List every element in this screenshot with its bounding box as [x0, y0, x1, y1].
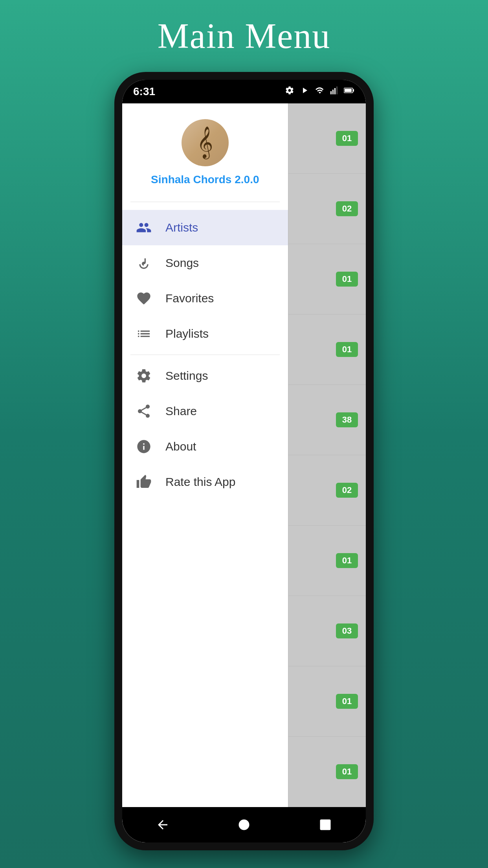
menu-item-songs[interactable]: Songs: [122, 245, 288, 281]
battery-icon: [344, 86, 355, 97]
badge-6: 01: [336, 553, 358, 568]
badge-row-6: 01: [288, 526, 366, 596]
about-label: About: [165, 440, 196, 453]
right-panel: 01 02 01 01 38 02 01: [288, 103, 366, 807]
phone-screen: 6:31: [122, 80, 366, 842]
gear-status-icon: [285, 86, 294, 97]
section-divider: [130, 355, 279, 355]
play-status-icon: [300, 86, 309, 97]
status-icons: [285, 86, 355, 97]
menu-item-artists[interactable]: Artists: [122, 210, 288, 245]
badge-8: 01: [336, 694, 358, 709]
recents-button[interactable]: [316, 815, 335, 835]
menu-item-share[interactable]: Share: [122, 394, 288, 429]
playlists-icon: [134, 324, 154, 344]
menu-item-playlists[interactable]: Playlists: [122, 316, 288, 351]
svg-rect-3: [336, 86, 338, 94]
svg-rect-1: [332, 90, 334, 94]
page-title: Main Menu: [158, 16, 330, 56]
menu-item-favorites[interactable]: Favorites: [122, 281, 288, 316]
bottom-nav: [122, 807, 366, 842]
badge-9: 01: [336, 764, 358, 779]
phone-device: 6:31: [114, 72, 374, 850]
status-bar: 6:31: [122, 80, 366, 103]
badge-row-0: 01: [288, 103, 366, 174]
songs-label: Songs: [165, 256, 199, 270]
share-label: Share: [165, 405, 197, 418]
app-name: Sinhala Chords 2.0.0: [151, 173, 259, 186]
badge-row-2: 01: [288, 244, 366, 314]
share-icon: [134, 401, 154, 421]
back-button[interactable]: [153, 815, 172, 835]
rate-label: Rate this App: [165, 475, 235, 489]
svg-rect-6: [345, 89, 352, 92]
artists-icon: [134, 218, 154, 237]
badge-4: 38: [336, 412, 358, 427]
menu-items-list: Artists Songs: [122, 210, 288, 807]
favorites-icon: [134, 289, 154, 308]
home-button[interactable]: [234, 815, 254, 835]
menu-item-settings[interactable]: Settings: [122, 358, 288, 394]
settings-label: Settings: [165, 369, 208, 383]
favorites-label: Favorites: [165, 292, 214, 305]
status-time: 6:31: [133, 85, 155, 98]
menu-item-rate[interactable]: Rate this App: [122, 464, 288, 500]
badge-0: 01: [336, 131, 358, 146]
svg-rect-0: [330, 91, 332, 94]
signal-icon: [330, 86, 338, 97]
header-divider: [130, 202, 279, 202]
wifi-icon: [315, 86, 325, 97]
content-area: 𝄞 Sinhala Chords 2.0.0 Artists: [122, 103, 366, 807]
badge-row-4: 38: [288, 385, 366, 455]
songs-icon: [134, 253, 154, 273]
badge-row-5: 02: [288, 455, 366, 526]
rate-icon: [134, 472, 154, 492]
badge-3: 01: [336, 342, 358, 357]
treble-clef-icon: 𝄞: [197, 128, 213, 156]
svg-rect-8: [320, 820, 330, 830]
about-icon: [134, 437, 154, 456]
badge-row-7: 03: [288, 596, 366, 666]
settings-icon: [134, 366, 154, 386]
badge-1: 02: [336, 201, 358, 216]
badge-row-8: 01: [288, 666, 366, 737]
svg-rect-5: [353, 89, 354, 92]
badge-7: 03: [336, 623, 358, 638]
badge-row-9: 01: [288, 737, 366, 807]
menu-item-about[interactable]: About: [122, 429, 288, 464]
svg-point-7: [238, 820, 249, 830]
app-logo-area: 𝄞 Sinhala Chords 2.0.0: [122, 103, 288, 194]
badge-2: 01: [336, 272, 358, 287]
artists-label: Artists: [165, 221, 198, 234]
badge-row-1: 02: [288, 174, 366, 244]
menu-panel: 𝄞 Sinhala Chords 2.0.0 Artists: [122, 103, 288, 807]
badge-row-3: 01: [288, 314, 366, 385]
app-logo: 𝄞: [182, 119, 229, 166]
badge-5: 02: [336, 483, 358, 498]
playlists-label: Playlists: [165, 327, 209, 340]
svg-rect-2: [334, 88, 336, 94]
